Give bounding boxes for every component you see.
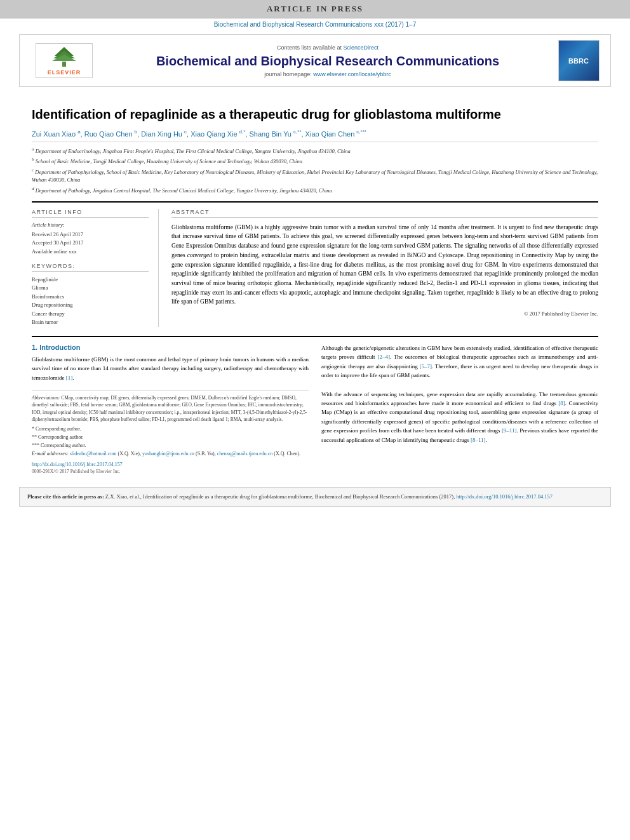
- article-in-press-banner: ARTICLE IN PRESS: [0, 0, 630, 18]
- affiliation-d: d Department of Pathology, Jingzhou Cent…: [32, 185, 598, 195]
- header-center: Contents lists available at ScienceDirec…: [102, 44, 553, 77]
- cite-label: Please cite this article in press as:: [27, 493, 105, 500]
- abstract-col: abstract Glioblastoma multiforme (GBM) i…: [171, 209, 598, 327]
- email1-link[interactable]: slideabc@hotmail.com: [70, 451, 117, 457]
- abbreviations-content: CMap, connectivity map; DE genes, differ…: [32, 395, 307, 422]
- corresponding-2: ** Corresponding author.: [32, 434, 309, 442]
- intro-paragraph-right-2: With the advance of sequencing technique…: [321, 390, 598, 444]
- corresponding-1: * Corresponding author.: [32, 425, 309, 434]
- header-left: ELSEVIER: [26, 43, 102, 78]
- body-col-right: Although the genetic/epigenetic alterati…: [321, 343, 598, 474]
- keyword-drug-repositioning: Drug repositioning: [32, 301, 149, 310]
- issn-line: 0006-291X/© 2017 Published by Elsevier I…: [32, 469, 309, 474]
- email3-name: (X.Q. Chen).: [274, 451, 300, 457]
- abstract-text: Glioblastoma multiforme (GBM) is a highl…: [171, 223, 598, 307]
- abstract-header: abstract: [171, 209, 598, 218]
- doi-line: http://dx.doi.org/10.1016/j.bbrc.2017.04…: [32, 462, 309, 467]
- ref-1[interactable]: [1]: [66, 375, 73, 381]
- body-section: 1. Introduction Glioblastoma multiforme …: [32, 343, 598, 474]
- banner-text: ARTICLE IN PRESS: [267, 4, 363, 13]
- svg-rect-0: [62, 62, 66, 67]
- corresponding-authors: * Corresponding author. ** Corresponding…: [32, 425, 309, 458]
- affiliation-b: b School of Basic Medicine, Tongji Medic…: [32, 156, 598, 166]
- ref-9-11[interactable]: [9–11]: [502, 427, 517, 434]
- article-title: Identification of repaglinide as a thera…: [32, 106, 598, 123]
- article-info-header: article info: [32, 209, 149, 218]
- sciencedirect-line: Contents lists available at ScienceDirec…: [102, 44, 553, 51]
- journal-title-main: Biochemical and Biophysical Research Com…: [102, 53, 553, 69]
- homepage-prefix: journal homepage:: [264, 71, 313, 77]
- affiliation-a: a Department of Endocrinology, Jingzhou …: [32, 146, 598, 156]
- article-info-abstract-section: article info Article history: Received 2…: [32, 201, 598, 327]
- ref-8-11-2[interactable]: [8–11]: [471, 437, 486, 443]
- sciencedirect-link[interactable]: ScienceDirect: [344, 44, 379, 51]
- journal-ref-line: Biochemical and Biophysical Research Com…: [0, 18, 630, 30]
- corresponding-3: *** Corresponding author.: [32, 442, 309, 450]
- copyright-line: © 2017 Published by Elsevier Inc.: [171, 310, 598, 317]
- header-box: ELSEVIER Contents lists available at Sci…: [19, 34, 611, 87]
- email2-link[interactable]: yushangbin@tjmu.edu.cn: [142, 451, 194, 457]
- header-right: BBRC: [553, 40, 604, 81]
- doi-link[interactable]: http://dx.doi.org/10.1016/j.bbrc.2017.04…: [32, 462, 123, 467]
- citation-text: Z.X. Xiao, et al., Identification of rep…: [105, 493, 457, 500]
- elsevier-text: ELSEVIER: [48, 69, 81, 76]
- bbrc-label: BBRC: [568, 57, 589, 65]
- footnotes-section: Abbreviations: CMap, connectivity map; D…: [32, 390, 309, 474]
- citation-doi[interactable]: http://dx.doi.org/10.1016/j.bbrc.2017.04…: [456, 493, 553, 500]
- keywords-section: Keywords: Repaglinide Glioma Bioinformat…: [32, 263, 149, 328]
- introduction-title: 1. Introduction: [32, 343, 309, 351]
- authors-line: Zui Xuan Xiao a, Ruo Qiao Chen b, Dian X…: [32, 129, 598, 138]
- affiliation-c: c Department of Pathophysiology, School …: [32, 167, 598, 184]
- journal-homepage-line: journal homepage: www.elsevier.com/locat…: [102, 71, 553, 77]
- article-info-col: article info Article history: Received 2…: [32, 209, 159, 327]
- available-date: Available online xxx: [32, 248, 149, 257]
- article-history-label: Article history:: [32, 222, 149, 228]
- email1-name: (X.Q. Xie),: [118, 451, 141, 457]
- elsevier-tree-icon: [42, 46, 86, 68]
- keyword-bioinformatics: Bioinformatics: [32, 293, 149, 302]
- bbrc-logo: BBRC: [558, 40, 600, 81]
- page: ARTICLE IN PRESS Biochemical and Biophys…: [0, 0, 630, 840]
- ref-5-7[interactable]: [5–7]: [419, 363, 432, 370]
- keyword-cancer-therapy: Cancer therapy: [32, 310, 149, 319]
- email-addresses: E-mail addresses: slideabc@hotmail.com (…: [32, 450, 309, 458]
- citation-box: Please cite this article in press as: Z.…: [19, 487, 611, 507]
- keyword-glioma: Glioma: [32, 284, 149, 293]
- main-content: Identification of repaglinide as a thera…: [0, 91, 630, 481]
- accepted-date: Accepted 30 April 2017: [32, 239, 149, 248]
- body-col-left: 1. Introduction Glioblastoma multiforme …: [32, 343, 309, 474]
- email3-link[interactable]: chenxq@mails.tjmu.edu.cn: [217, 451, 273, 457]
- intro-paragraph-right-1: Although the genetic/epigenetic alterati…: [321, 343, 598, 380]
- keyword-repaglinide: Repaglinide: [32, 276, 149, 284]
- affiliations: a Department of Endocrinology, Jingzhou …: [32, 142, 598, 195]
- article-dates: Received 26 April 2017 Accepted 30 April…: [32, 230, 149, 257]
- ref-2-4[interactable]: [2–4]: [377, 354, 390, 360]
- elsevier-logo: ELSEVIER: [36, 43, 93, 78]
- homepage-link[interactable]: www.elsevier.com/locate/ybbrc: [313, 71, 391, 77]
- journal-ref-text: Biochemical and Biophysical Research Com…: [214, 21, 417, 28]
- received-date: Received 26 April 2017: [32, 230, 149, 239]
- abbreviations-text: Abbreviations: CMap, connectivity map; D…: [32, 394, 309, 423]
- section-divider: [32, 336, 598, 337]
- ref-8[interactable]: [8]: [558, 400, 565, 406]
- intro-paragraph-1: Glioblastoma multiforme (GBM) is the mos…: [32, 355, 309, 382]
- keyword-brain-tumor: Brain tumor: [32, 318, 149, 327]
- keywords-header: Keywords:: [32, 263, 149, 272]
- email-label: E-mail addresses:: [32, 451, 69, 457]
- abbreviations-label: Abbreviations:: [32, 395, 60, 401]
- email2-name: (S.B. Yu),: [196, 451, 216, 457]
- sciencedirect-prefix: Contents lists available at: [277, 44, 344, 51]
